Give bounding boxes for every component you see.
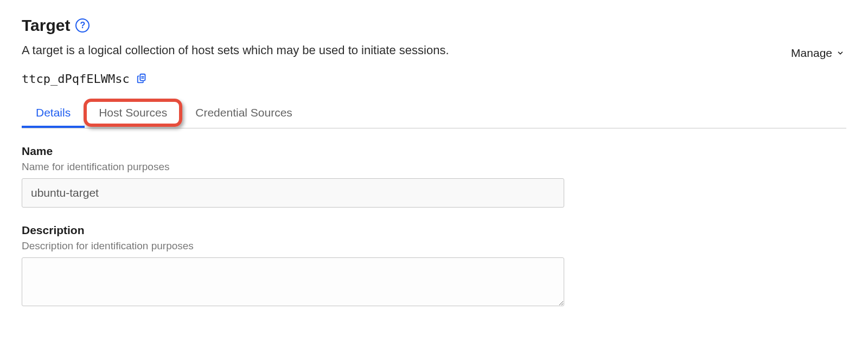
header-row: Target ? A target is a logical collectio… <box>22 16 846 100</box>
copy-icon[interactable] <box>136 73 148 85</box>
description-group: Description Description for identificati… <box>22 224 564 308</box>
tab-host-sources-wrapper: Host Sources <box>85 100 181 128</box>
help-icon[interactable]: ? <box>75 18 90 33</box>
tab-host-sources[interactable]: Host Sources <box>85 100 181 128</box>
target-id: ttcp_dPqfELWMsc <box>22 72 130 86</box>
name-label: Name <box>22 145 564 158</box>
tab-credential-sources[interactable]: Credential Sources <box>181 100 307 128</box>
manage-button[interactable]: Manage <box>789 43 846 63</box>
tabs: Details Host Sources Credential Sources <box>22 100 846 128</box>
chevron-down-icon <box>837 49 844 57</box>
name-group: Name Name for identification purposes <box>22 145 564 208</box>
description-label: Description <box>22 224 564 237</box>
page-title: Target <box>22 16 70 35</box>
svg-rect-0 <box>140 74 145 81</box>
form-section: Name Name for identification purposes De… <box>22 145 564 308</box>
name-input[interactable] <box>22 178 564 208</box>
header-left: Target ? A target is a logical collectio… <box>22 16 789 100</box>
tab-details[interactable]: Details <box>22 100 85 128</box>
target-id-row: ttcp_dPqfELWMsc <box>22 72 789 86</box>
title-row: Target ? <box>22 16 789 35</box>
description-input[interactable] <box>22 257 564 306</box>
manage-label: Manage <box>791 47 832 60</box>
page-description: A target is a logical collection of host… <box>22 42 789 59</box>
name-hint: Name for identification purposes <box>22 161 564 173</box>
description-hint: Description for identification purposes <box>22 240 564 252</box>
